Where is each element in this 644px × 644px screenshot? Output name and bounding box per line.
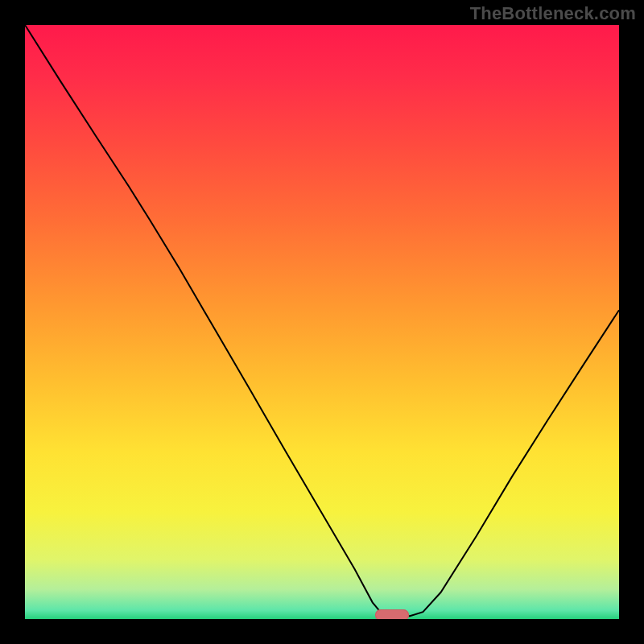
optimal-marker — [375, 609, 409, 619]
bottleneck-curve — [25, 25, 619, 619]
chart-frame: TheBottleneck.com — [0, 0, 644, 644]
plot-area — [25, 25, 619, 619]
watermark-text: TheBottleneck.com — [470, 3, 636, 24]
